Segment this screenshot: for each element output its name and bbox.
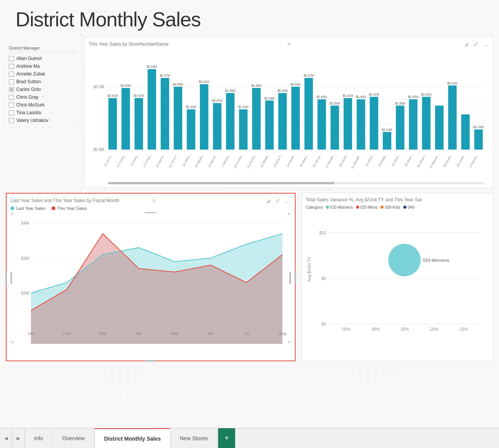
slicer-checkbox[interactable] [9,95,14,100]
line-expand-icon[interactable]: ⤢ [275,197,282,204]
bar-rect[interactable] [134,98,143,149]
resize-mid-handle[interactable] [145,343,157,344]
resize-mid-handle[interactable] [10,272,12,284]
bar-rect[interactable] [409,99,418,149]
resize-corner[interactable] [10,342,13,344]
slicer-item[interactable]: Carlos Grilo [9,86,76,93]
expand-icon[interactable]: ⤢ [473,41,480,47]
bar-value-label: $0.37M [212,99,222,103]
resize-mid-handle[interactable] [289,272,291,284]
slicer-checkbox[interactable] [9,72,14,77]
slicer-item[interactable]: Andrew Ma [9,62,76,70]
bar-rect[interactable] [291,87,300,149]
slicer-item[interactable]: Allan Guinot [9,55,76,62]
bar-rect[interactable] [187,109,195,149]
tab-nav-right[interactable]: ▶ [12,428,25,448]
bar-rect[interactable] [422,97,430,149]
slicer-item[interactable]: Chris Gray [9,93,76,101]
bar-rect[interactable] [330,106,339,150]
bar-rect[interactable] [317,99,326,149]
slicer-checkbox[interactable] [9,79,14,84]
tab-info[interactable]: Info [25,428,53,448]
legend-this-year: This Year Sales [52,206,86,211]
line-chart-title: Last Year Sales and This Year Sales by F… [10,198,119,203]
resize-corner[interactable] [10,212,13,214]
bar-rect[interactable] [474,129,483,149]
bar-rect[interactable] [396,106,404,150]
bar-rect[interactable] [174,87,182,149]
bar-rect[interactable] [108,98,117,149]
bar-rect[interactable] [278,93,287,149]
bar-value-label: $0.52M [199,80,210,84]
bar-rect[interactable] [383,132,391,149]
bar-chart-header: ≡ This Year Sales by StoreNumberName ⊿ ⤢… [89,41,489,47]
bar-value-label: $0.41M [134,94,144,98]
bar-rect[interactable] [305,78,313,149]
bar-x-label: 22-Wickli... [260,153,270,168]
legend-label-last-year: Last Year Sales [16,206,45,211]
bar-x-label: 19-Bel Al... [207,153,218,168]
bar-value-label: $0.51M [447,81,458,85]
drag-handle-line: ≡ [152,197,155,204]
slicer-item[interactable]: Chris McGurk [9,101,76,109]
line-chart-resize-bottom[interactable] [145,360,157,362]
bar-rect[interactable] [226,93,234,149]
bar-chart-scrollbar[interactable] [108,182,485,184]
resize-corner[interactable] [288,342,291,344]
bar-rect[interactable] [148,69,156,149]
line-more-icon[interactable]: … [285,197,291,204]
bar-rect[interactable] [357,99,365,149]
bar-rect[interactable] [213,103,222,149]
bar-rect[interactable] [252,88,261,149]
line-chart-resize-right[interactable] [294,271,296,283]
more-icon[interactable]: … [483,41,489,47]
slicer-item[interactable]: Valery Ushakov [9,117,76,124]
slicer-checkbox[interactable] [9,56,14,61]
resize-corner[interactable] [288,212,291,214]
slicer-item[interactable]: Brad Sutton [9,78,76,86]
slicer-checkbox[interactable] [9,110,14,115]
slicer-title: District Manager [9,46,76,52]
slicer-checkbox[interactable] [9,87,14,92]
line-x-label: Apr [135,331,142,336]
resize-mid-handle[interactable] [145,212,157,213]
bar-rect[interactable] [239,109,248,149]
slicer-item[interactable]: Annelie Zubar [9,70,76,78]
scatter-bubble-label: 010-Womens [423,258,449,263]
bar-chart-title: This Year Sales by StoreNumberName [89,41,169,47]
scatter-chart-title: Total Sales Variance %, Avg $/Unit TY an… [306,197,422,203]
slicer-item-label: Andrew Ma [16,64,40,69]
bar-rect[interactable] [435,106,444,150]
tab-nav-left[interactable]: ◀ [0,428,12,448]
slicer-checkbox[interactable] [9,118,14,123]
tab-new-stores[interactable]: New Stores [170,428,217,448]
svg-text:$2M: $2M [21,291,29,295]
bar-chart-scrollbar-thumb[interactable] [108,182,334,184]
bar-rect[interactable] [448,86,457,150]
bar-x-label: 11-Centu... [116,153,126,168]
tabs-bar: ◀ ▶ InfoOverviewDistrict Monthly SalesNe… [0,428,499,448]
svg-text:$3M: $3M [21,256,29,261]
filter-icon[interactable]: ⊿ [464,41,470,47]
tab-overview[interactable]: Overview [53,428,94,448]
bar-value-label: $0.40M [317,95,327,99]
bar-rect[interactable] [200,84,208,149]
bar-rect[interactable] [161,78,169,149]
slicer-checkbox[interactable] [9,103,14,108]
scatter-svg: Avg $/Unit TY$0$5$10-35%-30%-25%-20%-15%… [306,209,489,341]
bar-rect[interactable] [122,88,130,149]
tab-district-monthly-sales[interactable]: District Monthly Sales [95,428,170,448]
bar-rect[interactable] [461,114,470,149]
tab-add-button[interactable]: + [218,428,235,448]
line-filter-icon[interactable]: ⊿ [266,197,272,204]
line-chart-resize-left[interactable] [5,271,7,283]
bar-x-label: 13-Charl... [142,153,152,168]
svg-text:$0.5M: $0.5M [93,85,104,89]
bar-rect[interactable] [265,101,274,150]
scatter-bubble[interactable] [388,244,421,276]
slicer-checkbox[interactable] [9,64,14,69]
drag-handle-bar: ≡ [287,41,290,47]
bar-rect[interactable] [344,98,352,149]
slicer-item[interactable]: Tina Lassila [9,109,76,117]
bar-rect[interactable] [370,97,378,149]
